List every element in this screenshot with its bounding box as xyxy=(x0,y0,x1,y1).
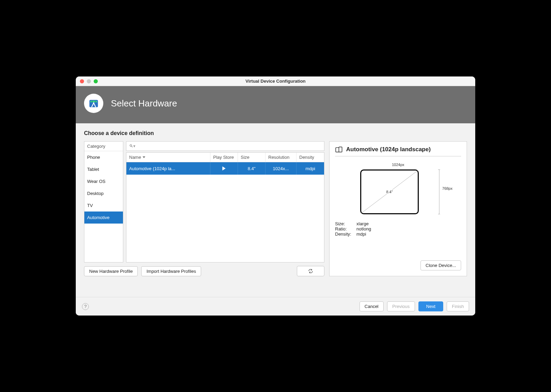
category-header: Category xyxy=(84,142,123,151)
section-title: Choose a device definition xyxy=(84,130,467,136)
content-area: Choose a device definition Category Phon… xyxy=(76,123,475,280)
device-table: Name Play Store Size Resolution Density … xyxy=(126,152,324,262)
svg-point-3 xyxy=(93,102,94,103)
preview-title: Automotive (1024p landscape) xyxy=(346,146,431,153)
diagram-height-label: 768px xyxy=(442,186,453,190)
category-item-tablet[interactable]: Tablet xyxy=(84,163,123,175)
svg-rect-5 xyxy=(339,147,342,152)
category-item-desktop[interactable]: Desktop xyxy=(84,187,123,199)
svg-point-2 xyxy=(95,101,95,102)
search-icon: 🔍︎▾ xyxy=(129,144,135,148)
cell-resolution: 1024x... xyxy=(266,162,297,175)
window-root: Virtual Device Configuration Select Hard… xyxy=(76,76,475,316)
device-diagram: 1024px 8.4" 768px xyxy=(360,163,436,214)
refresh-icon xyxy=(308,268,313,274)
col-density[interactable]: Density xyxy=(297,153,324,162)
cell-size: 8.4" xyxy=(238,162,266,175)
cell-density: mdpi xyxy=(297,162,324,175)
play-store-icon xyxy=(221,166,227,171)
next-button[interactable]: Next xyxy=(418,301,444,311)
category-item-automotive[interactable]: Automotive xyxy=(84,212,123,224)
spec-density: mdpi xyxy=(356,231,366,237)
category-item-wearos[interactable]: Wear OS xyxy=(84,175,123,187)
refresh-button[interactable] xyxy=(297,266,324,276)
device-preview-panel: Automotive (1024p landscape) 1024px 8.4"… xyxy=(329,141,467,276)
previous-button: Previous xyxy=(387,301,415,311)
help-icon: ? xyxy=(84,304,86,309)
window-controls xyxy=(76,79,98,83)
col-size[interactable]: Size xyxy=(238,153,266,162)
category-item-tv[interactable]: TV xyxy=(84,199,123,212)
search-box[interactable]: 🔍︎▾ xyxy=(126,141,324,151)
device-outline: 8.4" xyxy=(360,169,419,214)
wizard-header-title: Select Hardware xyxy=(111,98,177,109)
clone-device-button[interactable]: Clone Device... xyxy=(420,260,461,270)
spec-ratio: notlong xyxy=(356,226,371,231)
category-item-phone[interactable]: Phone xyxy=(84,151,123,163)
new-hardware-profile-button[interactable]: New Hardware Profile xyxy=(84,266,138,276)
col-name[interactable]: Name xyxy=(126,153,210,162)
diagram-width-label: 1024px xyxy=(392,163,404,167)
table-row[interactable]: Automotive (1024p la... 8.4" 1024x... md… xyxy=(126,162,324,175)
search-input[interactable] xyxy=(137,144,321,149)
device-pair-icon xyxy=(335,146,343,153)
cancel-button[interactable]: Cancel xyxy=(360,301,384,311)
maximize-window-icon[interactable] xyxy=(94,79,98,83)
col-playstore[interactable]: Play Store xyxy=(210,153,238,162)
diagram-diagonal-label: 8.4" xyxy=(385,190,393,194)
wizard-footer: ? Cancel Previous Next Finish xyxy=(76,297,475,316)
wizard-header: Select Hardware xyxy=(76,86,475,123)
cell-playstore xyxy=(210,162,238,175)
finish-button: Finish xyxy=(447,301,469,311)
sort-descending-icon xyxy=(143,156,145,158)
titlebar: Virtual Device Configuration xyxy=(76,76,475,86)
cell-name: Automotive (1024p la... xyxy=(126,162,210,175)
android-studio-icon xyxy=(84,94,103,113)
category-list: Category Phone Tablet Wear OS Desktop TV… xyxy=(84,141,123,262)
spec-size: xlarge xyxy=(356,221,368,226)
window-title: Virtual Device Configuration xyxy=(76,79,475,84)
device-specs: Size:xlarge Ratio:notlong Density:mdpi xyxy=(335,221,461,237)
svg-point-1 xyxy=(92,101,92,102)
minimize-window-icon xyxy=(87,79,91,83)
import-hardware-profiles-button[interactable]: Import Hardware Profiles xyxy=(141,266,201,276)
col-name-label: Name xyxy=(129,155,141,160)
col-resolution[interactable]: Resolution xyxy=(266,153,297,162)
help-button[interactable]: ? xyxy=(82,303,89,310)
close-window-icon[interactable] xyxy=(80,79,84,83)
